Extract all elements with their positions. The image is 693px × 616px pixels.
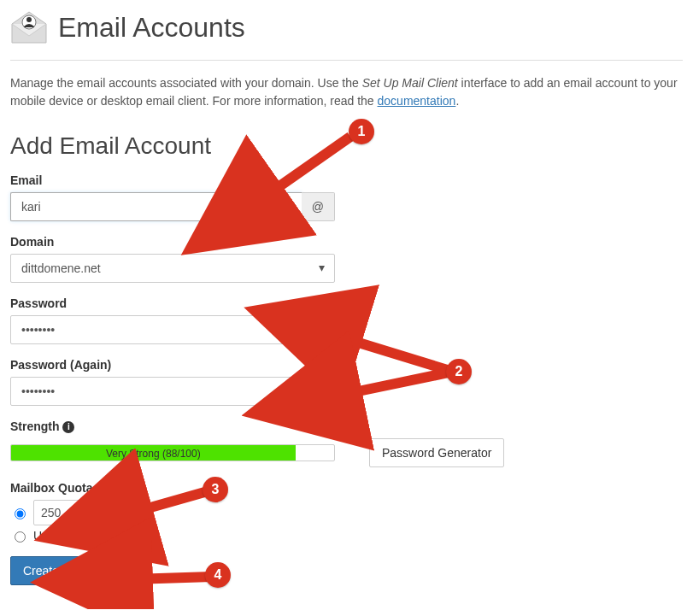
annotation-overlay <box>0 0 693 609</box>
svg-line-3 <box>342 337 453 372</box>
svg-line-2 <box>265 137 350 197</box>
svg-line-4 <box>342 372 453 395</box>
svg-line-6 <box>132 577 212 579</box>
svg-line-5 <box>132 491 208 513</box>
